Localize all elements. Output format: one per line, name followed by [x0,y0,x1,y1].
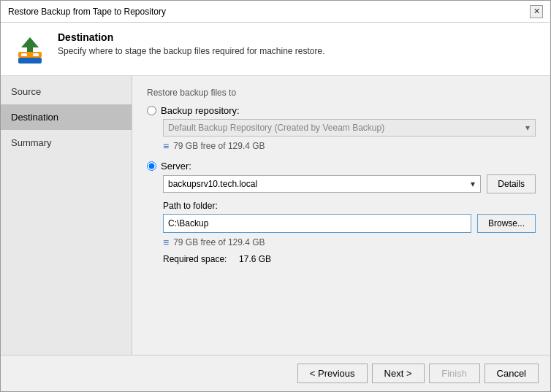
sidebar-item-summary[interactable]: Summary [1,130,132,155]
server-radio[interactable] [147,161,156,171]
previous-button[interactable]: < Previous [297,364,368,383]
server-radio-label[interactable]: Server: [161,161,191,172]
disk-icon-server: ≡ [163,237,169,248]
svg-rect-4 [33,53,39,56]
svg-rect-3 [21,53,27,56]
backup-repo-option: Backup repository: Default Backup Reposi… [147,105,536,152]
body-area: Source Destination Summary Restore backu… [1,76,550,355]
server-select[interactable]: backupsrv10.tech.local [163,175,481,193]
header-title: Destination [58,31,325,43]
backup-repo-dropdown-wrapper: Default Backup Repository (Created by Ve… [163,119,536,137]
server-option: Server: backupsrv10.tech.local Details P… [147,161,536,264]
svg-rect-2 [18,58,42,64]
header-description: Specify where to stage the backup files … [58,46,325,56]
backup-repo-dropdown-area: Default Backup Repository (Created by Ve… [163,119,536,152]
path-input[interactable] [163,214,471,233]
backup-repo-radio-row: Backup repository: [147,105,536,116]
radio-group: Backup repository: Default Backup Reposi… [147,105,536,264]
required-space: Required space: 17.6 GB [163,254,536,264]
main-content: Restore backup files to Backup repositor… [132,76,550,355]
details-button[interactable]: Details [487,174,536,193]
section-title: Restore backup files to [147,88,536,98]
server-dropdown-wrapper: backupsrv10.tech.local [163,175,481,193]
path-row: Browse... [163,214,536,233]
close-button[interactable]: ✕ [530,5,543,18]
browse-button[interactable]: Browse... [477,214,536,233]
window-title: Restore Backup from Tape to Repository [8,7,166,17]
backup-repo-select[interactable]: Default Backup Repository (Created by Ve… [163,119,536,137]
cancel-button[interactable]: Cancel [484,364,539,383]
header-icon [12,31,48,66]
backup-repo-radio[interactable] [147,106,156,115]
server-indent-section: backupsrv10.tech.local Details Path to f… [163,174,536,264]
backup-repo-disk-info: ≡ 79 GB free of 129.4 GB [163,140,536,152]
disk-icon-repo: ≡ [163,140,169,152]
finish-button[interactable]: Finish [429,364,480,383]
header-text: Destination Specify where to stage the b… [58,31,325,56]
header-area: Destination Specify where to stage the b… [1,23,550,76]
path-label: Path to folder: [163,201,536,211]
server-radio-row: Server: [147,161,536,172]
title-bar: Restore Backup from Tape to Repository ✕ [1,1,550,23]
footer: < Previous Next > Finish Cancel [1,355,550,391]
sidebar-item-source[interactable]: Source [1,79,132,104]
server-row: backupsrv10.tech.local Details [163,174,536,193]
dialog-window: Restore Backup from Tape to Repository ✕… [0,0,551,392]
next-button[interactable]: Next > [372,364,425,383]
sidebar: Source Destination Summary [1,76,132,355]
server-disk-info: ≡ 79 GB free of 129.4 GB [163,237,536,248]
backup-repo-label[interactable]: Backup repository: [161,105,240,116]
sidebar-item-destination[interactable]: Destination [1,104,132,130]
